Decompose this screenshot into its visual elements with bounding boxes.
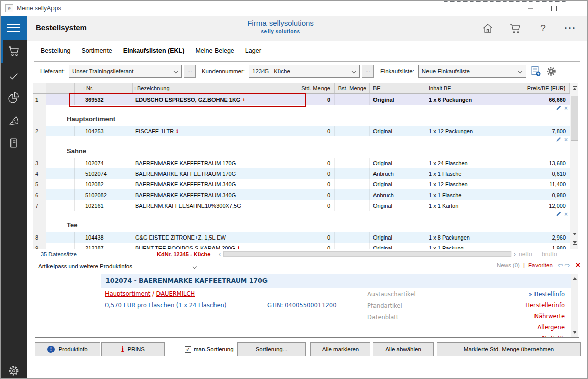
- sidebar-item-statistik[interactable]: [1, 86, 27, 109]
- uebernehmen-button[interactable]: Markierte Std.-Menge übernehmen: [437, 342, 581, 356]
- sidebar-item-bestellsystem[interactable]: [1, 39, 27, 63]
- table-row[interactable]: 8 104438 G&G EISTEE ZITRONE+Z. 1,5L EW 0…: [33, 232, 570, 243]
- cell-std-menge[interactable]: 0: [298, 200, 335, 211]
- scroll-top-button[interactable]: [571, 84, 578, 92]
- man-sortierung-checkbox[interactable]: ✓ man.Sortierung: [185, 346, 235, 353]
- scroll-bottom-button[interactable]: [571, 239, 578, 247]
- tab-lager[interactable]: Lager: [240, 47, 267, 54]
- cell-bst-menge[interactable]: [335, 126, 370, 136]
- prev-next-arrows-icon[interactable]: ⇦⇨: [558, 261, 572, 269]
- naehrwerte-link[interactable]: Nährwerte: [525, 311, 565, 322]
- lieferant-more-button[interactable]: ...: [184, 65, 196, 78]
- maximize-button[interactable]: [542, 1, 565, 16]
- einkaufsliste-select[interactable]: Neue Einkaufsliste: [418, 65, 526, 78]
- cell-std-menge[interactable]: 0: [298, 168, 335, 179]
- table-row[interactable]: 1 369532 EDUSCHO ESPRESSO, GZ.BOHNE 1KGi…: [33, 94, 570, 105]
- cell-bst-menge[interactable]: [335, 168, 370, 179]
- cell-bst-menge[interactable]: [335, 232, 370, 243]
- sortierung-button[interactable]: Sortierung...: [237, 342, 306, 356]
- cell-bst-menge[interactable]: [335, 158, 370, 168]
- statistik-link[interactable]: Statistik: [525, 333, 565, 338]
- edit-group-button[interactable]: [556, 137, 561, 143]
- scrollbar-thumb[interactable]: [223, 251, 511, 257]
- table-row[interactable]: 2 104253 EISCAFE 1LTRi 0 Original 1 x 12…: [33, 126, 570, 136]
- cell-std-menge[interactable]: 0: [298, 179, 335, 190]
- scroll-down-button[interactable]: [571, 230, 578, 238]
- sidebar-item-check[interactable]: [1, 65, 27, 88]
- more-button[interactable]: ···: [557, 16, 584, 41]
- cell-bst-menge[interactable]: [335, 200, 370, 211]
- cell-std-menge[interactable]: 0: [298, 158, 335, 168]
- cell-bst-menge[interactable]: [335, 179, 370, 190]
- sidebar-settings-button[interactable]: [1, 359, 27, 379]
- alle-abwaehlen-button[interactable]: Alle abwählen: [373, 342, 434, 356]
- horizontal-scrollbar[interactable]: ‹ ›: [217, 250, 518, 258]
- category-link[interactable]: Hauptsortiment: [105, 290, 150, 297]
- menu-button[interactable]: [1, 16, 27, 40]
- sidebar-item-katalog[interactable]: [1, 131, 27, 155]
- edit-group-button[interactable]: [556, 105, 561, 111]
- cell-bst-menge[interactable]: [335, 243, 370, 249]
- category-link[interactable]: DAUERMILCH: [156, 290, 195, 297]
- kundennummer-select[interactable]: 12345 - Küche: [249, 65, 360, 78]
- tab-bestellung[interactable]: Bestellung: [35, 47, 76, 54]
- delete-group-button[interactable]: ×: [564, 106, 568, 111]
- table-row[interactable]: 7 102161 BAERENM.KAFFEESAHNE10%300X7,5G …: [33, 200, 570, 211]
- tab-meine-belege[interactable]: Meine Belege: [190, 47, 239, 54]
- scroll-right-icon[interactable]: ›: [512, 251, 518, 258]
- produktinfo-button[interactable]: ! Produktinfo: [35, 342, 100, 356]
- table-row[interactable]: 3 102074 BAERENMARKE KAFFEETRAUM 170G 0 …: [33, 158, 570, 168]
- cart-button[interactable]: [501, 16, 529, 41]
- detail-scrollbar[interactable]: [571, 274, 578, 337]
- sidebar-item-speiseplan[interactable]: [1, 109, 27, 132]
- brutto-toggle[interactable]: brutto: [542, 251, 557, 258]
- kundennummer-more-button[interactable]: ...: [362, 65, 374, 78]
- minimize-button[interactable]: [519, 1, 542, 16]
- table-row[interactable]: 5 102082 BAERENMARKE KAFFEETRAUM 340G 0 …: [33, 179, 570, 190]
- table-row[interactable]: 9 212387 BUENT.TEE ROOIBOS S-KARAM 200Gi…: [33, 243, 570, 249]
- cell-std-menge[interactable]: 0: [298, 126, 335, 136]
- lieferant-select[interactable]: Unser Trainingslieferant: [69, 65, 182, 78]
- cell-std-menge[interactable]: 0: [298, 190, 335, 200]
- scroll-left-icon[interactable]: ‹: [217, 251, 223, 258]
- herstellerinfo-link[interactable]: Herstellerinfo: [525, 300, 565, 311]
- filter-settings-button[interactable]: [546, 66, 557, 77]
- allergene-link[interactable]: Allergene: [525, 322, 565, 333]
- col-bst-menge[interactable]: Bst.-Menge: [335, 83, 370, 93]
- bestellinfo-link[interactable]: » Bestellinfo: [525, 289, 565, 300]
- home-button[interactable]: [473, 16, 501, 41]
- alle-markieren-button[interactable]: Alle markieren: [310, 342, 370, 356]
- cell-std-menge[interactable]: 0: [298, 94, 335, 105]
- col-std-menge[interactable]: Std.-Menge: [298, 83, 335, 93]
- vertical-scrollbar[interactable]: [570, 83, 578, 249]
- close-button[interactable]: [565, 1, 588, 16]
- col-preis[interactable]: Preis/BE [EUR]: [524, 83, 570, 93]
- col-bezeichnung[interactable]: ↑Bezeichnung: [133, 83, 289, 93]
- scroll-down-button[interactable]: [571, 328, 578, 336]
- table-row[interactable]: 6 5102082 BAERENMARKE KAFFEETRAUM 340G 0…: [33, 190, 570, 200]
- col-nr[interactable]: ↑Nr.: [75, 83, 133, 93]
- delete-group-button[interactable]: ×: [564, 137, 568, 143]
- help-button[interactable]: ?: [529, 16, 557, 41]
- cell-std-menge[interactable]: 0: [298, 232, 335, 243]
- netto-toggle[interactable]: netto: [519, 251, 532, 258]
- close-panel-icon[interactable]: ×: [576, 262, 580, 268]
- favoriten-link[interactable]: Favoriten: [528, 262, 553, 268]
- tab-sortimente[interactable]: Sortimente: [76, 47, 117, 54]
- edit-group-button[interactable]: [556, 211, 561, 217]
- scrollbar-thumb[interactable]: [571, 96, 578, 141]
- produktinfo-select[interactable]: Artikelpass und weitere Produktinfos: [35, 261, 197, 271]
- cell-bst-menge[interactable]: [335, 190, 370, 200]
- cell-bst-menge[interactable]: [335, 94, 370, 105]
- cell-std-menge[interactable]: 0: [298, 243, 335, 249]
- checkbox-icon[interactable]: ✓: [185, 346, 191, 353]
- scroll-up-button[interactable]: [571, 274, 578, 282]
- news-link[interactable]: News (0): [497, 262, 520, 268]
- col-be[interactable]: BE: [370, 83, 425, 93]
- table-row[interactable]: 4 5102074 BAERENMARKE KAFFEETRAUM 170G 0…: [33, 168, 570, 179]
- tab-einkaufslisten[interactable]: Einkaufslisten (EKL): [118, 47, 190, 54]
- prins-button[interactable]: i PRiNS: [101, 342, 165, 356]
- delete-group-button[interactable]: ×: [564, 212, 568, 217]
- new-list-button[interactable]: [531, 66, 541, 77]
- col-inhalt-be[interactable]: Inhalt BE: [425, 83, 524, 93]
